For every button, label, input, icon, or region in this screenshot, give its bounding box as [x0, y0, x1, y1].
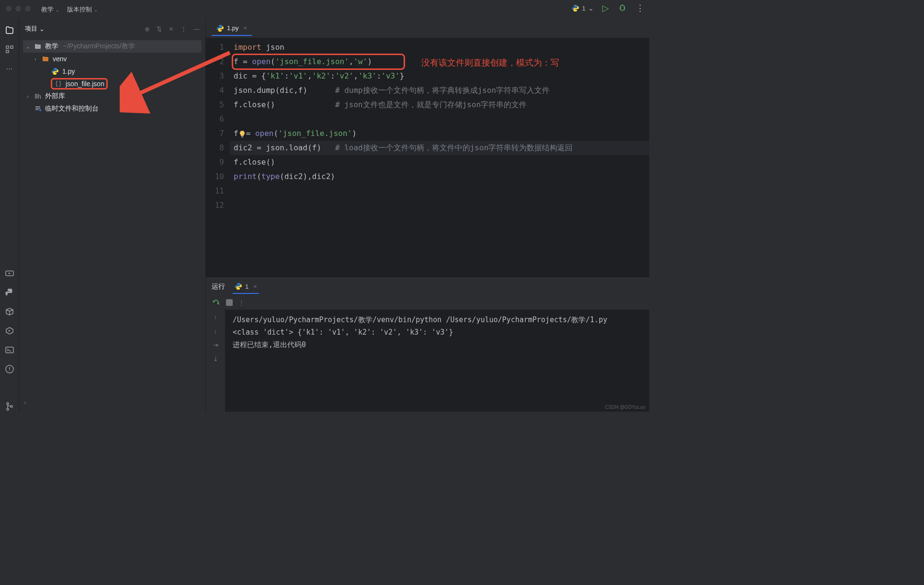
- tree-external-libs[interactable]: › 外部库: [23, 90, 202, 102]
- project-panel-title[interactable]: 项目 ⌄: [25, 24, 45, 33]
- tree-venv-label: venv: [53, 55, 67, 63]
- more-actions-button[interactable]: ⋮: [636, 3, 644, 13]
- svg-point-1: [576, 10, 576, 11]
- run-tab-active[interactable]: 1 ×: [233, 280, 259, 294]
- editor-area: 1.py × 123456789101112 import json f = o…: [206, 19, 649, 278]
- code-editor[interactable]: 123456789101112 import json f = open('js…: [206, 38, 649, 278]
- output-line: 进程已结束,退出代码0: [233, 338, 642, 351]
- chevron-down-icon: ⌄: [39, 25, 45, 33]
- run-tool-icon[interactable]: [4, 268, 15, 279]
- tree-venv[interactable]: › venv: [23, 53, 202, 65]
- line-gutter: 123456789101112: [206, 40, 230, 278]
- services-tool-icon[interactable]: [4, 326, 15, 336]
- top-right-controls: 1 ⌄ ▷ ⋮: [572, 3, 644, 13]
- tree-root-name: 教学: [45, 42, 58, 51]
- python-file-icon: [235, 282, 242, 290]
- vcs-tool-icon[interactable]: [4, 401, 15, 412]
- problems-tool-icon[interactable]: [4, 364, 15, 374]
- project-tool-icon[interactable]: [4, 25, 15, 35]
- run-config-name: 1: [582, 5, 586, 12]
- tree-scratches[interactable]: 临时文件和控制台: [23, 102, 202, 115]
- python-file-icon: [51, 67, 59, 76]
- chevron-right-icon: ›: [25, 94, 31, 99]
- run-panel: 运行 1 × ⋮ ↑ ↓ ⇥ ⤓: [206, 278, 649, 412]
- run-output[interactable]: /Users/yuluo/PycharmProjects/教学/venv/bin…: [225, 310, 649, 412]
- python-icon: [572, 4, 579, 12]
- soft-wrap-icon[interactable]: ⇥: [213, 341, 218, 349]
- svg-rect-3: [11, 46, 13, 48]
- hide-panel-icon[interactable]: —: [193, 25, 200, 33]
- run-side-toolbar: ↑ ↓ ⇥ ⤓: [206, 310, 225, 412]
- intention-bulb-icon[interactable]: [238, 130, 246, 138]
- chevron-down-icon: ⌄: [25, 44, 31, 49]
- scroll-up-icon[interactable]: ↑: [214, 314, 217, 321]
- output-line: <class 'dict'> {'k1': 'v1', 'k2': 'v2', …: [233, 326, 642, 338]
- run-button[interactable]: ▷: [602, 3, 609, 13]
- chevron-down-icon: ⌄: [94, 7, 98, 12]
- project-panel: 项目 ⌄ ⊕ ⇅ ⨯ ⋮ — ⌄ 教学 ~/PycharmProjects/教学: [19, 19, 206, 412]
- close-dot[interactable]: [6, 6, 11, 11]
- svg-point-9: [7, 408, 9, 410]
- watermark: CSDN @GDYuLuo: [605, 405, 645, 410]
- panel-options-icon[interactable]: ⋮: [180, 25, 187, 33]
- run-config-selector[interactable]: 1 ⌄: [572, 4, 594, 12]
- scroll-down-icon[interactable]: ↓: [214, 327, 217, 335]
- debug-button[interactable]: [618, 3, 627, 13]
- tree-root[interactable]: ⌄ 教学 ~/PycharmProjects/教学: [23, 40, 202, 53]
- collapse-run-icon[interactable]: ›: [24, 399, 26, 406]
- tree-root-path: ~/PycharmProjects/教学: [63, 42, 135, 51]
- svg-rect-4: [6, 50, 9, 53]
- chevron-down-icon: ⌄: [56, 7, 59, 12]
- collapse-all-icon[interactable]: ⨯: [169, 25, 174, 33]
- run-panel-title: 运行: [212, 282, 225, 291]
- svg-point-8: [7, 403, 9, 405]
- menu-vcs[interactable]: 版本控制 ⌄: [64, 3, 101, 16]
- svg-point-0: [574, 5, 575, 6]
- menu-vcs-label: 版本控制: [67, 5, 92, 14]
- editor-tab-active[interactable]: 1.py ×: [212, 22, 252, 36]
- tree-file-json[interactable]: json_file.json: [23, 78, 202, 90]
- expand-all-icon[interactable]: ⇅: [157, 25, 162, 33]
- library-icon: [34, 92, 42, 101]
- packages-tool-icon[interactable]: [4, 306, 15, 317]
- output-line: /Users/yuluo/PycharmProjects/教学/venv/bin…: [233, 314, 642, 326]
- scroll-to-end-icon[interactable]: ⤓: [213, 355, 218, 362]
- left-tool-rail: ⋯: [0, 19, 19, 412]
- close-tab-icon[interactable]: ×: [244, 24, 248, 32]
- tree-file-1py[interactable]: 1.py: [23, 65, 202, 78]
- terminal-tool-icon[interactable]: [4, 345, 15, 355]
- json-file-icon: [54, 79, 63, 88]
- svg-rect-12: [241, 136, 243, 137]
- menu-project-label: 教学: [41, 5, 54, 14]
- svg-point-10: [11, 405, 12, 407]
- annotation-text: 没有该文件则直接创建，模式为：写: [421, 56, 559, 70]
- chevron-right-icon: ›: [33, 56, 38, 62]
- editor-tab-bar: 1.py ×: [206, 19, 649, 38]
- close-run-tab-icon[interactable]: ×: [253, 283, 257, 290]
- svg-rect-2: [6, 46, 9, 48]
- maximize-dot[interactable]: [25, 6, 31, 11]
- top-menu-bar: 教学 ⌄ 版本控制 ⌄: [0, 0, 649, 19]
- stop-button[interactable]: [226, 299, 233, 306]
- window-controls: [6, 6, 31, 11]
- tree-file-json-label: json_file.json: [66, 80, 104, 88]
- run-tab-name: 1: [245, 283, 248, 290]
- more-tool-icon[interactable]: ⋯: [4, 63, 15, 74]
- structure-tool-icon[interactable]: [4, 44, 15, 55]
- tree-extlibs-label: 外部库: [45, 92, 65, 101]
- tree-scratch-label: 临时文件和控制台: [45, 104, 99, 113]
- editor-tab-name: 1.py: [227, 24, 239, 32]
- select-opened-icon[interactable]: ⊕: [145, 25, 150, 33]
- folder-icon: [41, 55, 50, 63]
- python-file-icon: [216, 24, 224, 32]
- rerun-button[interactable]: [212, 298, 220, 307]
- folder-icon: [34, 42, 42, 51]
- svg-rect-6: [6, 347, 13, 353]
- menu-project[interactable]: 教学 ⌄: [38, 3, 62, 16]
- tree-file-1py-label: 1.py: [62, 68, 75, 75]
- chevron-down-icon: ⌄: [588, 5, 594, 12]
- project-tree: ⌄ 教学 ~/PycharmProjects/教学 › venv 1.p: [19, 38, 205, 117]
- python-console-icon[interactable]: [4, 287, 15, 298]
- run-more-icon[interactable]: ⋮: [238, 299, 245, 306]
- minimize-dot[interactable]: [15, 6, 21, 11]
